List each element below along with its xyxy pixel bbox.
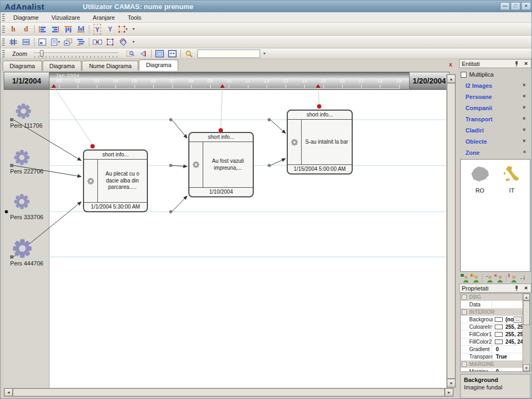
letter-d-button[interactable]: d — [20, 24, 32, 35]
shape-y-boxed-button[interactable]: Y — [91, 24, 104, 35]
property-row[interactable]: CuloareInt255, 25 — [461, 323, 530, 331]
group-transport[interactable]: Transport» — [460, 114, 530, 125]
chevron-down-icon[interactable]: » — [522, 139, 528, 143]
menu-diagrame[interactable]: Diagrame — [7, 13, 45, 22]
property-row[interactable]: FillColor1255, 25 — [461, 331, 530, 338]
zoom-selection-button[interactable] — [124, 48, 137, 59]
indent-list-button[interactable] — [74, 37, 87, 47]
group-cladiri[interactable]: Cladiri» — [460, 125, 530, 136]
align-right-button[interactable] — [49, 24, 62, 35]
pin-icon[interactable] — [514, 61, 519, 67]
menu-vizualizare[interactable]: Vizualizare — [45, 13, 87, 22]
color-swatch[interactable] — [495, 317, 503, 322]
align-left-button[interactable] — [36, 24, 49, 35]
selection-dots-button[interactable] — [104, 37, 117, 47]
scrollbar-thumb[interactable] — [13, 388, 445, 396]
category-row[interactable]: −DBG — [461, 294, 530, 301]
zone-it[interactable]: IT — [497, 165, 527, 194]
person-delete-button[interactable]: × — [494, 274, 504, 282]
panel-close-icon[interactable]: × — [525, 60, 528, 66]
group-persoane[interactable]: Persoane» — [460, 92, 530, 103]
person-gear-icon[interactable] — [11, 237, 34, 260]
close-button[interactable]: × — [521, 2, 531, 10]
property-row[interactable]: Gradient0 — [461, 346, 530, 353]
scroll-left-icon[interactable]: ◄ — [4, 388, 13, 396]
color-swatch[interactable] — [495, 325, 503, 329]
scroll-down-icon[interactable]: ▼ — [523, 364, 530, 371]
search-magnifier-button[interactable] — [182, 48, 195, 59]
group-i2images[interactable]: I2 Images» — [460, 80, 530, 92]
timeline-ruler[interactable]: Jan 2004 01 02 03 04 05 06 07 08 09 10 1… — [49, 72, 409, 90]
add-between-boxes-button[interactable] — [91, 37, 104, 47]
info-label[interactable]: - i — [520, 275, 525, 281]
chevron-down-icon[interactable]: » — [522, 95, 528, 98]
slider-thumb[interactable] — [40, 50, 44, 57]
shape-y-button[interactable]: Y — [104, 24, 117, 35]
tab-diagrama-active[interactable]: Diagrama — [139, 60, 178, 71]
chevron-down-icon[interactable]: » — [522, 84, 528, 87]
person-gear-icon[interactable] — [14, 102, 32, 120]
group-companii[interactable]: Companii» — [460, 103, 530, 114]
vertical-scrollbar[interactable]: ▲ ▼ — [446, 74, 456, 388]
align-bottom-button[interactable] — [74, 24, 87, 35]
group-obiecte[interactable]: Obiecte» — [460, 136, 530, 147]
person-gear-icon[interactable] — [13, 193, 31, 211]
horizontal-scrollbar[interactable]: ◄ ► — [4, 388, 454, 397]
person-arrow-button[interactable]: → — [484, 274, 494, 282]
collapse-icon[interactable]: − — [462, 362, 467, 367]
scrollbar-thumb[interactable] — [447, 83, 455, 379]
property-row[interactable]: FillColor2245, 24 — [461, 338, 530, 346]
toolbar-overflow-button[interactable]: ▾ — [130, 24, 137, 34]
person-info-button[interactable]: I — [508, 274, 518, 282]
tab-diagrama-2[interactable]: Diagrama — [43, 61, 82, 71]
property-row[interactable]: Backgroun(non... — [461, 316, 530, 323]
scroll-up-icon[interactable]: ▲ — [523, 294, 530, 301]
scroll-right-icon[interactable]: ► — [445, 388, 453, 396]
lane-label[interactable]: Pers 444706 — [10, 260, 43, 267]
property-row[interactable]: Margine0 — [461, 368, 530, 372]
panel-close-icon[interactable]: × — [525, 285, 528, 291]
collapse-icon[interactable]: − — [462, 295, 467, 300]
align-top-button[interactable] — [62, 24, 74, 35]
scrollbar-thumb[interactable] — [523, 301, 530, 325]
property-grid-scrollbar[interactable]: ▲ ▼ — [522, 294, 530, 371]
chevron-down-icon[interactable]: » — [522, 117, 528, 120]
menu-tools[interactable]: Tools — [121, 13, 148, 22]
search-input[interactable] — [197, 49, 260, 58]
property-row[interactable]: Data — [461, 301, 530, 309]
color-swatch[interactable] — [495, 332, 503, 337]
event-box[interactable]: short info... S-au intalnit la bar 1/15/… — [287, 110, 353, 174]
lane-label[interactable]: Pers 111706 — [10, 122, 43, 129]
lane-label[interactable]: Pers 222706 — [10, 168, 43, 174]
scroll-up-icon[interactable]: ▲ — [447, 74, 455, 83]
selection-box-dropdown-button[interactable]: ▾ — [117, 24, 129, 35]
diamond-stack-button[interactable] — [117, 37, 129, 47]
chevron-up-icon[interactable]: » — [522, 151, 528, 154]
rows-button[interactable] — [20, 37, 32, 47]
pointer-flag-button[interactable] — [137, 48, 149, 59]
toolbar-overflow-button[interactable]: ▾ — [130, 37, 137, 47]
chevron-down-icon[interactable]: » — [522, 128, 528, 131]
event-box[interactable]: short info... Au fost vazuti impreuna,..… — [188, 132, 254, 197]
timeline-end-date[interactable]: 1/20/2004 — [409, 72, 450, 90]
person-gear-icon[interactable] — [13, 148, 31, 167]
window-box-button[interactable] — [36, 37, 49, 47]
scroll-down-icon[interactable]: ▼ — [447, 379, 455, 387]
overlap-boxes-button[interactable] — [62, 37, 74, 47]
person-flag-yellow-button[interactable] — [470, 274, 480, 282]
grid-button[interactable] — [7, 37, 20, 47]
property-row[interactable]: TranspareTrue — [461, 353, 530, 361]
chevron-down-icon[interactable]: » — [522, 106, 528, 109]
list-panel-dropdown-button[interactable]: ▾ — [49, 37, 62, 47]
toolbar-overflow-button[interactable]: ▾ — [261, 49, 268, 59]
collapse-icon[interactable]: − — [462, 310, 467, 314]
pin-icon[interactable] — [514, 285, 519, 292]
tab-nume-diagrama[interactable]: Nume Diagrama — [82, 61, 138, 71]
color-swatch[interactable] — [495, 339, 503, 344]
window-dots-button[interactable] — [166, 48, 179, 59]
maximize-button[interactable]: □ — [511, 2, 520, 10]
menu-aranjare[interactable]: Aranjare — [86, 13, 121, 22]
letter-h-button[interactable]: h — [7, 24, 20, 35]
group-zone[interactable]: Zone» — [460, 147, 530, 159]
event-box[interactable]: short info... Au plecat cu o dacie alba … — [83, 149, 148, 212]
